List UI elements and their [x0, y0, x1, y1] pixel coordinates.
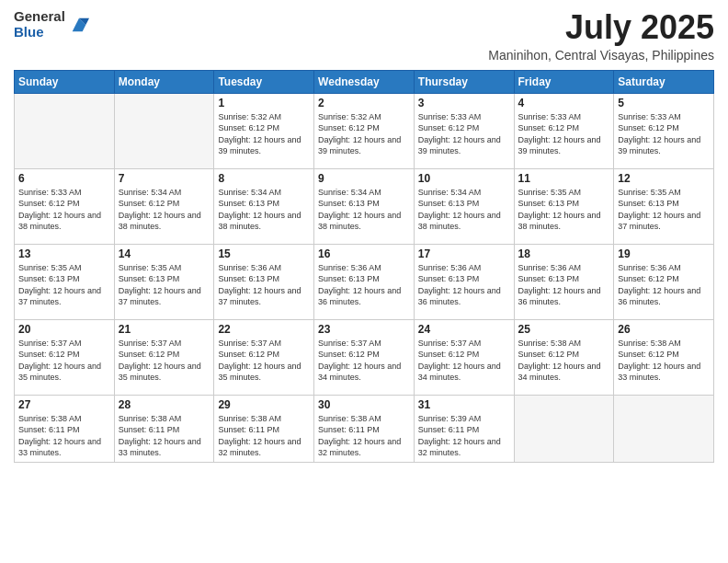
- day-info: Sunrise: 5:35 AM Sunset: 6:13 PM Dayligh…: [618, 187, 710, 233]
- table-row: 12Sunrise: 5:35 AM Sunset: 6:13 PM Dayli…: [614, 168, 714, 244]
- day-info: Sunrise: 5:37 AM Sunset: 6:12 PM Dayligh…: [119, 338, 210, 384]
- day-number: 19: [618, 247, 710, 260]
- header-tuesday: Tuesday: [214, 70, 314, 93]
- table-row: 25Sunrise: 5:38 AM Sunset: 6:12 PM Dayli…: [514, 319, 614, 395]
- day-info: Sunrise: 5:33 AM Sunset: 6:12 PM Dayligh…: [18, 187, 110, 233]
- day-info: Sunrise: 5:33 AM Sunset: 6:12 PM Dayligh…: [618, 111, 710, 157]
- day-info: Sunrise: 5:37 AM Sunset: 6:12 PM Dayligh…: [418, 338, 510, 384]
- calendar-table: Sunday Monday Tuesday Wednesday Thursday…: [14, 70, 714, 463]
- day-info: Sunrise: 5:38 AM Sunset: 6:11 PM Dayligh…: [119, 413, 210, 459]
- table-row: 4Sunrise: 5:33 AM Sunset: 6:12 PM Daylig…: [514, 93, 614, 168]
- table-row: [15, 93, 115, 168]
- day-number: 1: [218, 97, 310, 109]
- day-number: 9: [318, 172, 410, 185]
- table-row: 8Sunrise: 5:34 AM Sunset: 6:13 PM Daylig…: [214, 168, 314, 244]
- table-row: 26Sunrise: 5:38 AM Sunset: 6:12 PM Dayli…: [614, 319, 714, 395]
- table-row: 16Sunrise: 5:36 AM Sunset: 6:13 PM Dayli…: [314, 244, 415, 319]
- table-row: [114, 93, 214, 168]
- day-number: 25: [518, 323, 610, 336]
- day-number: 5: [618, 97, 710, 109]
- table-row: 24Sunrise: 5:37 AM Sunset: 6:12 PM Dayli…: [414, 319, 514, 395]
- day-info: Sunrise: 5:39 AM Sunset: 6:11 PM Dayligh…: [418, 413, 510, 459]
- table-row: 27Sunrise: 5:38 AM Sunset: 6:11 PM Dayli…: [15, 395, 115, 462]
- day-number: 16: [318, 247, 410, 260]
- day-number: 7: [119, 172, 210, 185]
- logo-general: General: [14, 9, 65, 25]
- day-info: Sunrise: 5:33 AM Sunset: 6:12 PM Dayligh…: [418, 111, 510, 157]
- day-number: 20: [18, 323, 110, 336]
- day-info: Sunrise: 5:36 AM Sunset: 6:12 PM Dayligh…: [618, 262, 710, 308]
- table-row: 14Sunrise: 5:35 AM Sunset: 6:13 PM Dayli…: [114, 244, 214, 319]
- table-row: 31Sunrise: 5:39 AM Sunset: 6:11 PM Dayli…: [414, 395, 514, 462]
- table-row: 15Sunrise: 5:36 AM Sunset: 6:13 PM Dayli…: [214, 244, 314, 319]
- table-row: 13Sunrise: 5:35 AM Sunset: 6:13 PM Dayli…: [15, 244, 115, 319]
- table-row: 18Sunrise: 5:36 AM Sunset: 6:13 PM Dayli…: [514, 244, 614, 319]
- table-row: 11Sunrise: 5:35 AM Sunset: 6:13 PM Dayli…: [514, 168, 614, 244]
- table-row: 17Sunrise: 5:36 AM Sunset: 6:13 PM Dayli…: [414, 244, 514, 319]
- header: General Blue July 2025 Maninihon, Centra…: [14, 9, 714, 63]
- table-row: 5Sunrise: 5:33 AM Sunset: 6:12 PM Daylig…: [614, 93, 714, 168]
- table-row: 1Sunrise: 5:32 AM Sunset: 6:12 PM Daylig…: [214, 93, 314, 168]
- table-row: 28Sunrise: 5:38 AM Sunset: 6:11 PM Dayli…: [114, 395, 214, 462]
- day-info: Sunrise: 5:32 AM Sunset: 6:12 PM Dayligh…: [218, 111, 310, 157]
- logo: General Blue: [14, 9, 89, 40]
- location-title: Maninihon, Central Visayas, Philippines: [488, 48, 714, 63]
- day-info: Sunrise: 5:36 AM Sunset: 6:13 PM Dayligh…: [418, 262, 510, 308]
- day-info: Sunrise: 5:38 AM Sunset: 6:11 PM Dayligh…: [318, 413, 410, 459]
- day-info: Sunrise: 5:34 AM Sunset: 6:13 PM Dayligh…: [218, 187, 310, 233]
- header-thursday: Thursday: [414, 70, 514, 93]
- day-number: 31: [418, 398, 510, 411]
- day-number: 17: [418, 247, 510, 260]
- day-info: Sunrise: 5:38 AM Sunset: 6:11 PM Dayligh…: [218, 413, 310, 459]
- table-row: [514, 395, 614, 462]
- day-info: Sunrise: 5:38 AM Sunset: 6:11 PM Dayligh…: [18, 413, 110, 459]
- table-row: 2Sunrise: 5:32 AM Sunset: 6:12 PM Daylig…: [314, 93, 415, 168]
- day-number: 13: [18, 247, 110, 260]
- page: General Blue July 2025 Maninihon, Centra…: [0, 0, 728, 563]
- logo-text: General Blue: [14, 9, 65, 40]
- day-number: 24: [418, 323, 510, 336]
- day-info: Sunrise: 5:37 AM Sunset: 6:12 PM Dayligh…: [318, 338, 410, 384]
- day-number: 30: [318, 398, 410, 411]
- day-number: 18: [518, 247, 610, 260]
- day-info: Sunrise: 5:34 AM Sunset: 6:12 PM Dayligh…: [119, 187, 210, 233]
- day-number: 29: [218, 398, 310, 411]
- table-row: 23Sunrise: 5:37 AM Sunset: 6:12 PM Dayli…: [314, 319, 415, 395]
- header-sunday: Sunday: [15, 70, 115, 93]
- day-info: Sunrise: 5:37 AM Sunset: 6:12 PM Dayligh…: [218, 338, 310, 384]
- day-number: 10: [418, 172, 510, 185]
- table-row: 19Sunrise: 5:36 AM Sunset: 6:12 PM Dayli…: [614, 244, 714, 319]
- day-info: Sunrise: 5:36 AM Sunset: 6:13 PM Dayligh…: [518, 262, 610, 308]
- table-row: 6Sunrise: 5:33 AM Sunset: 6:12 PM Daylig…: [15, 168, 115, 244]
- title-area: July 2025 Maninihon, Central Visayas, Ph…: [488, 9, 714, 63]
- day-info: Sunrise: 5:38 AM Sunset: 6:12 PM Dayligh…: [618, 338, 710, 384]
- day-number: 27: [18, 398, 110, 411]
- table-row: 7Sunrise: 5:34 AM Sunset: 6:12 PM Daylig…: [114, 168, 214, 244]
- table-row: 20Sunrise: 5:37 AM Sunset: 6:12 PM Dayli…: [15, 319, 115, 395]
- day-number: 28: [119, 398, 210, 411]
- day-info: Sunrise: 5:34 AM Sunset: 6:13 PM Dayligh…: [418, 187, 510, 233]
- table-row: 9Sunrise: 5:34 AM Sunset: 6:13 PM Daylig…: [314, 168, 415, 244]
- day-number: 23: [318, 323, 410, 336]
- table-row: 30Sunrise: 5:38 AM Sunset: 6:11 PM Dayli…: [314, 395, 415, 462]
- table-row: 29Sunrise: 5:38 AM Sunset: 6:11 PM Dayli…: [214, 395, 314, 462]
- day-number: 8: [218, 172, 310, 185]
- header-saturday: Saturday: [614, 70, 714, 93]
- table-row: 10Sunrise: 5:34 AM Sunset: 6:13 PM Dayli…: [414, 168, 514, 244]
- day-info: Sunrise: 5:34 AM Sunset: 6:13 PM Dayligh…: [318, 187, 410, 233]
- day-info: Sunrise: 5:37 AM Sunset: 6:12 PM Dayligh…: [18, 338, 110, 384]
- header-wednesday: Wednesday: [314, 70, 415, 93]
- header-monday: Monday: [114, 70, 214, 93]
- logo-icon: [69, 15, 89, 35]
- day-number: 15: [218, 247, 310, 260]
- day-info: Sunrise: 5:33 AM Sunset: 6:12 PM Dayligh…: [518, 111, 610, 157]
- month-title: July 2025: [488, 9, 714, 46]
- logo-blue: Blue: [14, 25, 65, 40]
- table-row: 21Sunrise: 5:37 AM Sunset: 6:12 PM Dayli…: [114, 319, 214, 395]
- day-number: 12: [618, 172, 710, 185]
- day-info: Sunrise: 5:35 AM Sunset: 6:13 PM Dayligh…: [18, 262, 110, 308]
- day-info: Sunrise: 5:38 AM Sunset: 6:12 PM Dayligh…: [518, 338, 610, 384]
- table-row: [614, 395, 714, 462]
- day-number: 4: [518, 97, 610, 109]
- day-number: 2: [318, 97, 410, 109]
